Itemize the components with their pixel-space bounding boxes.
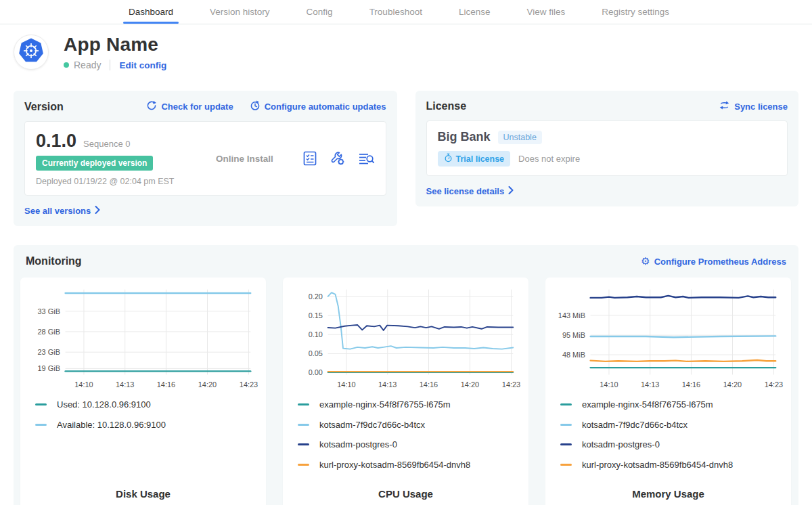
memory-usage-legend: example-nginx-54f8f76755-l675mkotsadm-7f… (560, 399, 786, 479)
x-axis-tick-label: 14:10 (74, 380, 93, 389)
legend-item: kotsadm-7f9dc7d66c-b4tcx (298, 420, 523, 430)
y-axis-tick-label: 0.10 (309, 330, 323, 338)
preflight-checks-icon[interactable] (302, 150, 318, 167)
x-axis-tick-label: 14:10 (600, 380, 618, 389)
status-badge: Ready (74, 60, 101, 70)
sync-arrows-icon (719, 100, 730, 112)
refresh-icon (146, 100, 157, 113)
deployed-version-panel: 0.1.0 Sequence 0 Currently deployed vers… (24, 121, 386, 196)
see-all-versions-link[interactable]: See all versions (24, 206, 100, 216)
legend-swatch (560, 424, 572, 426)
legend-label: example-nginx-54f8f76755-l675m (582, 399, 713, 410)
y-axis-tick-label: 0.20 (309, 292, 323, 301)
legend-item: Used: 10.128.0.96:9100 (35, 399, 261, 410)
x-axis-tick-label: 14:13 (116, 380, 134, 389)
legend-label: kotsadm-7f9dc7d66c-b4tcx (582, 420, 687, 430)
channel-badge: Unstable (498, 131, 542, 144)
x-axis-tick-label: 14:23 (240, 380, 258, 389)
legend-item: example-nginx-54f8f76755-l675m (298, 399, 523, 410)
legend-label: Used: 10.128.0.96:9100 (57, 399, 151, 410)
schedule-clock-icon (250, 100, 261, 113)
cpu-usage-title: CPU Usage (288, 488, 523, 501)
version-title: Version (24, 101, 64, 113)
see-license-details-link[interactable]: See license details (426, 186, 514, 196)
disk-usage-title: Disk Usage (26, 488, 261, 501)
legend-label: kotsadm-postgres-0 (582, 439, 660, 449)
status-dot (64, 62, 69, 68)
legend-swatch (298, 443, 309, 445)
chevron-right-icon (508, 186, 514, 196)
y-axis-tick-label: 95 MiB (562, 331, 585, 339)
stopwatch-icon (444, 153, 453, 164)
install-type-label: Online Install (193, 154, 302, 164)
edit-config-link[interactable]: Edit config (119, 60, 166, 70)
tab-version-history[interactable]: Version history (210, 0, 270, 24)
series-line (591, 360, 776, 361)
sync-license-button[interactable]: Sync license (719, 100, 788, 112)
check-for-update-button[interactable]: Check for update (146, 100, 233, 113)
trial-license-badge: Trial license (438, 151, 511, 167)
kubernetes-icon (16, 36, 46, 68)
legend-swatch (560, 403, 572, 405)
configure-prometheus-button[interactable]: ⚙ Configure Prometheus Address (641, 257, 786, 267)
y-axis-tick-label: 0.00 (309, 368, 323, 376)
version-card: Version Check for update Configure autom… (14, 91, 397, 226)
tab-config[interactable]: Config (307, 0, 333, 24)
divider (110, 60, 110, 70)
x-axis-tick-label: 14:13 (641, 380, 659, 389)
legend-swatch (560, 464, 572, 466)
version-number: 0.1.0 (36, 131, 76, 152)
y-axis-tick-label: 23 GiB (37, 348, 60, 356)
legend-label: Available: 10.128.0.96:9100 (57, 420, 166, 430)
y-axis-tick-label: 0.15 (309, 311, 323, 320)
cpu-usage-card: 0.200.150.100.050.0014:1014:1314:1614:20… (283, 278, 528, 505)
series-line (328, 325, 514, 330)
legend-swatch (298, 464, 309, 466)
deployed-timestamp: Deployed 01/19/22 @ 02:04 pm EST (36, 177, 193, 186)
chevron-right-icon (95, 206, 100, 216)
x-axis-tick-label: 14:16 (157, 380, 175, 389)
y-axis-tick-label: 33 GiB (37, 307, 60, 315)
license-customer-name: Big Bank (438, 130, 491, 144)
legend-label: kotsadm-postgres-0 (319, 439, 397, 449)
memory-usage-title: Memory Usage (551, 488, 786, 501)
gear-icon: ⚙ (641, 257, 650, 267)
legend-swatch (560, 443, 572, 445)
legend-swatch (35, 403, 47, 405)
y-axis-tick-label: 48 MiB (562, 351, 585, 359)
version-sequence: Sequence 0 (83, 139, 130, 149)
memory-usage-chart: 143 MiB95 MiB48 MiB14:1014:1314:1614:201… (551, 284, 786, 395)
chart-canvas: 143 MiB95 MiB48 MiB14:1014:1314:1614:201… (551, 284, 786, 395)
view-diff-logs-icon[interactable] (357, 150, 375, 167)
tab-view-files[interactable]: View files (526, 0, 565, 24)
tab-troubleshoot[interactable]: Troubleshoot (369, 0, 422, 24)
legend-label: kurl-proxy-kotsadm-8569fb6454-dnvh8 (319, 460, 470, 470)
disk-usage-card: 33 GiB28 GiB23 GiB19 GiB14:1014:1314:161… (20, 278, 266, 505)
chart-canvas: 33 GiB28 GiB23 GiB19 GiB14:1014:1314:161… (26, 284, 261, 395)
series-line (591, 336, 776, 337)
legend-item: Available: 10.128.0.96:9100 (35, 420, 261, 430)
memory-usage-card: 143 MiB95 MiB48 MiB14:1014:1314:1614:201… (545, 278, 791, 505)
app-logo (14, 35, 49, 70)
chart-canvas: 0.200.150.100.050.0014:1014:1314:1614:20… (288, 284, 523, 395)
series-line (591, 296, 776, 298)
edit-config-wrench-icon[interactable] (330, 150, 346, 167)
y-axis-tick-label: 143 MiB (558, 311, 585, 320)
x-axis-tick-label: 14:16 (420, 380, 438, 389)
legend-item: kotsadm-postgres-0 (560, 439, 786, 449)
app-header: App Name Ready Edit config (14, 34, 798, 70)
tab-registry-settings[interactable]: Registry settings (602, 0, 669, 24)
monitoring-title: Monitoring (26, 255, 82, 267)
x-axis-tick-label: 14:16 (682, 380, 700, 389)
legend-item: kotsadm-postgres-0 (298, 439, 523, 449)
legend-item: kurl-proxy-kotsadm-8569fb6454-dnvh8 (560, 460, 786, 470)
configure-automatic-updates-button[interactable]: Configure automatic updates (250, 100, 386, 113)
license-title: License (426, 100, 467, 112)
legend-item: kotsadm-7f9dc7d66c-b4tcx (560, 420, 786, 430)
x-axis-tick-label: 14:20 (723, 380, 742, 389)
license-card: License Sync license Big Bank Unstable (415, 91, 799, 206)
tab-license[interactable]: License (459, 0, 491, 24)
tab-dashboard[interactable]: Dashboard (129, 0, 173, 24)
license-expiry-text: Does not expire (518, 154, 580, 164)
cpu-usage-legend: example-nginx-54f8f76755-l675mkotsadm-7f… (298, 399, 523, 479)
